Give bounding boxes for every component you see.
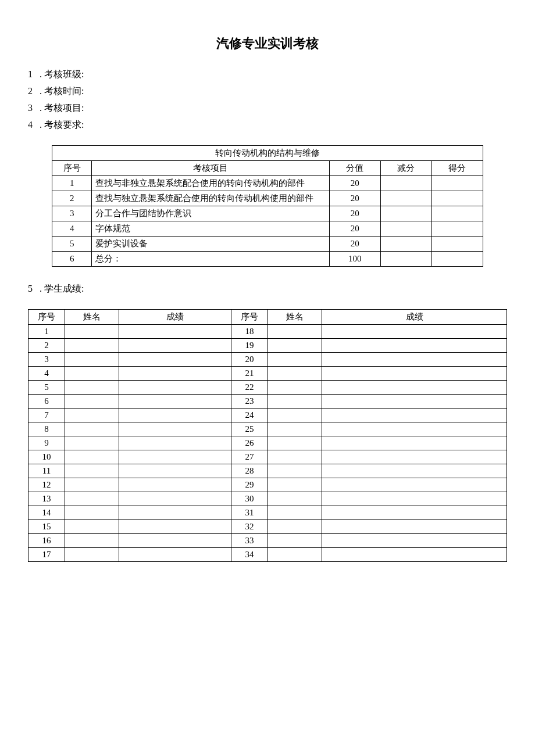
- meta-label: 考核时间:: [44, 86, 84, 96]
- cell-score: [322, 492, 507, 506]
- cell-item: 字体规范: [92, 221, 330, 237]
- col-header-score: 成绩: [322, 310, 507, 325]
- cell-seq: 31: [231, 506, 268, 520]
- table-row: 421: [28, 367, 507, 381]
- cell-name: [65, 506, 119, 520]
- cell-get: [431, 191, 483, 206]
- cell-name: [65, 464, 119, 478]
- table-row: 6 总分： 100: [52, 252, 483, 267]
- cell-seq: 6: [52, 252, 92, 267]
- cell-seq: 6: [28, 395, 65, 409]
- cell-seq: 2: [28, 339, 65, 353]
- cell-deduct: [380, 176, 431, 191]
- cell-score: [322, 534, 507, 548]
- cell-score: 20: [329, 237, 380, 252]
- cell-score: [119, 353, 231, 367]
- cell-item: 爱护实训设备: [92, 237, 330, 252]
- cell-name: [268, 409, 322, 422]
- cell-score: [119, 325, 231, 339]
- dot-icon: .: [40, 86, 42, 96]
- meta-item: 4.考核要求:: [28, 119, 507, 131]
- table-row: 转向传动机构的结构与维修: [52, 146, 483, 161]
- cell-seq: 4: [28, 367, 65, 381]
- cell-name: [65, 339, 119, 353]
- cell-name: [65, 534, 119, 548]
- cell-deduct: [380, 252, 431, 267]
- table-row: 4 字体规范 20: [52, 221, 483, 237]
- cell-seq: 10: [28, 450, 65, 464]
- cell-score: [119, 422, 231, 436]
- cell-seq: 16: [28, 534, 65, 548]
- cell-name: [65, 450, 119, 464]
- meta-item: 2.考核时间:: [28, 85, 507, 98]
- cell-item: 总分：: [92, 252, 330, 267]
- cell-name: [268, 506, 322, 520]
- meta-label: 学生成绩:: [44, 284, 84, 293]
- table-header-row: 序号 姓名 成绩 序号 姓名 成绩: [28, 310, 507, 325]
- cell-name: [268, 548, 322, 562]
- col-header-name: 姓名: [65, 310, 119, 325]
- cell-score: [322, 395, 507, 409]
- assessment-table: 转向传动机构的结构与维修 序号 考核项目 分值 减分 得分 1 查找与非独立悬架…: [52, 145, 483, 267]
- cell-seq: 20: [231, 353, 268, 367]
- cell-seq: 2: [52, 191, 92, 206]
- cell-deduct: [380, 237, 431, 252]
- table-row: 5 爱护实训设备 20: [52, 237, 483, 252]
- cell-score: [119, 478, 231, 492]
- cell-name: [268, 339, 322, 353]
- cell-seq: 21: [231, 367, 268, 381]
- col-header-deduct: 减分: [380, 161, 431, 176]
- cell-seq: 3: [28, 353, 65, 367]
- cell-seq: 1: [52, 176, 92, 191]
- table-row: 1734: [28, 548, 507, 562]
- cell-item: 查找与独立悬架系统配合使用的转向传动机构使用的部件: [92, 191, 330, 206]
- page-title: 汽修专业实训考核: [28, 35, 507, 52]
- cell-name: [65, 436, 119, 450]
- cell-seq: 33: [231, 534, 268, 548]
- cell-score: [119, 409, 231, 422]
- cell-name: [65, 492, 119, 506]
- cell-seq: 12: [28, 478, 65, 492]
- cell-seq: 8: [28, 422, 65, 436]
- cell-score: [119, 534, 231, 548]
- cell-score: [119, 339, 231, 353]
- cell-get: [431, 237, 483, 252]
- cell-seq: 9: [28, 436, 65, 450]
- dot-icon: .: [40, 103, 42, 113]
- cell-score: [322, 548, 507, 562]
- cell-name: [268, 422, 322, 436]
- cell-score: [119, 506, 231, 520]
- cell-score: [119, 381, 231, 395]
- cell-seq: 7: [28, 409, 65, 422]
- table-row: 724: [28, 409, 507, 422]
- table-row: 3 分工合作与团结协作意识 20: [52, 206, 483, 221]
- col-header-seq: 序号: [231, 310, 268, 325]
- cell-score: [322, 409, 507, 422]
- table-row: 1027: [28, 450, 507, 464]
- cell-name: [268, 534, 322, 548]
- meta-label: 考核要求:: [44, 120, 84, 130]
- meta-num: 5: [28, 284, 38, 294]
- col-header-seq: 序号: [52, 161, 92, 176]
- cell-seq: 27: [231, 450, 268, 464]
- cell-score: [119, 464, 231, 478]
- cell-name: [65, 353, 119, 367]
- table-row: 2 查找与独立悬架系统配合使用的转向传动机构使用的部件 20: [52, 191, 483, 206]
- grades-table: 序号 姓名 成绩 序号 姓名 成绩 1182193204215226237248…: [28, 309, 507, 562]
- meta-num: 4: [28, 120, 38, 130]
- cell-score: [322, 478, 507, 492]
- cell-score: [119, 520, 231, 534]
- cell-score: [322, 436, 507, 450]
- cell-name: [268, 450, 322, 464]
- cell-seq: 22: [231, 381, 268, 395]
- cell-seq: 19: [231, 339, 268, 353]
- cell-seq: 26: [231, 436, 268, 450]
- cell-name: [65, 422, 119, 436]
- col-header-item: 考核项目: [92, 161, 330, 176]
- table-row: 522: [28, 381, 507, 395]
- cell-name: [268, 478, 322, 492]
- cell-name: [65, 409, 119, 422]
- cell-seq: 11: [28, 464, 65, 478]
- table-row: 926: [28, 436, 507, 450]
- cell-seq: 25: [231, 422, 268, 436]
